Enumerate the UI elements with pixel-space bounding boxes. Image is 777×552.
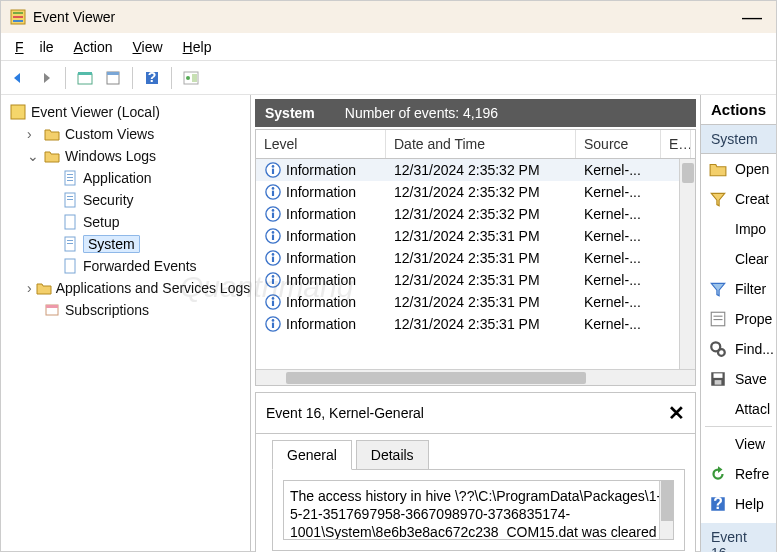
svg-rect-24 bbox=[67, 243, 73, 244]
menu-view[interactable]: View bbox=[125, 36, 171, 58]
blank-icon bbox=[709, 220, 727, 238]
properties-button[interactable] bbox=[102, 67, 124, 89]
toolbar-divider bbox=[65, 67, 66, 89]
svg-rect-30 bbox=[272, 169, 274, 174]
log-header: System Number of events: 4,196 bbox=[255, 99, 696, 127]
scrollbar-thumb[interactable] bbox=[682, 163, 694, 183]
table-row[interactable]: Information12/31/2024 2:35:31 PMKernel-.… bbox=[256, 225, 695, 247]
tree-windows-logs[interactable]: ⌄ Windows Logs bbox=[25, 145, 248, 167]
forward-button[interactable] bbox=[35, 67, 57, 89]
table-row[interactable]: Information12/31/2024 2:35:32 PMKernel-.… bbox=[256, 181, 695, 203]
tab-general[interactable]: General bbox=[272, 440, 352, 470]
svg-rect-19 bbox=[67, 196, 73, 197]
action-item[interactable]: Impo bbox=[701, 214, 776, 244]
tree-custom-views[interactable]: › Custom Views bbox=[25, 123, 248, 145]
svg-point-12 bbox=[186, 76, 190, 80]
svg-rect-2 bbox=[13, 16, 23, 18]
table-row[interactable]: Information12/31/2024 2:35:32 PMKernel-.… bbox=[256, 159, 695, 181]
column-eventid[interactable]: Ev bbox=[661, 130, 691, 158]
log-icon bbox=[61, 191, 79, 209]
svg-rect-51 bbox=[272, 323, 274, 328]
table-row[interactable]: Information12/31/2024 2:35:32 PMKernel-.… bbox=[256, 203, 695, 225]
table-row[interactable]: Information12/31/2024 2:35:31 PMKernel-.… bbox=[256, 247, 695, 269]
tree-setup[interactable]: Setup bbox=[43, 211, 248, 233]
collapse-icon[interactable]: ⌄ bbox=[27, 148, 39, 164]
back-button[interactable] bbox=[7, 67, 29, 89]
open-folder-icon bbox=[709, 160, 727, 178]
vertical-scrollbar[interactable] bbox=[659, 481, 673, 539]
event-detail-title: Event 16, Kernel-General bbox=[266, 405, 424, 421]
actions-title: Actions bbox=[701, 95, 776, 125]
action-label: Attacl bbox=[735, 401, 770, 417]
event-detail-pane: Event 16, Kernel-General ✕ General Detai… bbox=[255, 392, 696, 552]
information-icon bbox=[264, 293, 282, 311]
minimize-button[interactable]: — bbox=[736, 6, 768, 29]
svg-rect-5 bbox=[78, 72, 92, 75]
filter-blue-icon bbox=[709, 280, 727, 298]
tree-apps-services-logs[interactable]: › Applications and Services Logs bbox=[25, 277, 248, 299]
show-hide-tree-button[interactable] bbox=[74, 67, 96, 89]
blank-icon bbox=[709, 250, 727, 268]
menu-file[interactable]: File bbox=[7, 36, 62, 58]
table-row[interactable]: Information12/31/2024 2:35:31 PMKernel-.… bbox=[256, 313, 695, 335]
tab-details[interactable]: Details bbox=[356, 440, 429, 470]
information-icon bbox=[264, 161, 282, 179]
svg-point-47 bbox=[272, 297, 275, 300]
tree-subscriptions[interactable]: Subscriptions bbox=[25, 299, 248, 321]
action-item[interactable]: Filter bbox=[701, 274, 776, 304]
action-item[interactable]: Prope bbox=[701, 304, 776, 334]
actions-pane: Actions System OpenCreatImpoClearFilterP… bbox=[701, 95, 776, 551]
scrollbar-thumb[interactable] bbox=[661, 481, 673, 521]
svg-rect-25 bbox=[65, 259, 75, 273]
scrollbar-thumb[interactable] bbox=[286, 372, 586, 384]
action-item[interactable]: Creat bbox=[701, 184, 776, 214]
navigation-tree[interactable]: Event Viewer (Local) › Custom Views ⌄ Wi… bbox=[1, 95, 251, 551]
horizontal-scrollbar[interactable] bbox=[256, 369, 695, 385]
vertical-scrollbar[interactable] bbox=[679, 159, 695, 369]
grid-header[interactable]: Level Date and Time Source Ev bbox=[256, 130, 695, 159]
tree-root[interactable]: Event Viewer (Local) bbox=[7, 101, 248, 123]
action-item[interactable]: Save bbox=[701, 364, 776, 394]
action-item[interactable]: ?Help bbox=[701, 489, 776, 519]
blank-icon bbox=[709, 400, 727, 418]
column-source[interactable]: Source bbox=[576, 130, 661, 158]
column-level[interactable]: Level bbox=[256, 130, 386, 158]
action-item[interactable]: Open bbox=[701, 154, 776, 184]
event-description[interactable]: The access history in hive \??\C:\Progra… bbox=[283, 480, 674, 540]
action-item[interactable]: Find... bbox=[701, 334, 776, 364]
svg-rect-21 bbox=[65, 215, 75, 229]
menu-help[interactable]: Help bbox=[175, 36, 220, 58]
folder-icon bbox=[36, 279, 52, 297]
information-icon bbox=[264, 205, 282, 223]
menu-action[interactable]: Action bbox=[66, 36, 121, 58]
close-detail-button[interactable]: ✕ bbox=[668, 401, 685, 425]
window-title: Event Viewer bbox=[33, 9, 115, 25]
tree-system[interactable]: System bbox=[43, 233, 248, 255]
svg-rect-16 bbox=[67, 177, 73, 178]
action-item[interactable]: Clear bbox=[701, 244, 776, 274]
expand-icon[interactable]: › bbox=[27, 280, 32, 296]
help-icon: ? bbox=[709, 495, 727, 513]
action-label: View bbox=[735, 436, 765, 452]
help-button[interactable]: ? bbox=[141, 67, 163, 89]
action-item[interactable]: View bbox=[701, 429, 776, 459]
svg-rect-1 bbox=[13, 12, 23, 14]
svg-point-38 bbox=[272, 231, 275, 234]
action-item[interactable]: Refre bbox=[701, 459, 776, 489]
information-icon bbox=[264, 271, 282, 289]
action-item[interactable]: Attacl bbox=[701, 394, 776, 424]
action-label: Filter bbox=[735, 281, 766, 297]
tree-forwarded-events[interactable]: Forwarded Events bbox=[43, 255, 248, 277]
table-row[interactable]: Information12/31/2024 2:35:31 PMKernel-.… bbox=[256, 269, 695, 291]
svg-rect-20 bbox=[67, 199, 73, 200]
svg-rect-36 bbox=[272, 213, 274, 218]
preview-pane-button[interactable] bbox=[180, 67, 202, 89]
svg-point-56 bbox=[718, 349, 725, 356]
tree-application[interactable]: Application bbox=[43, 167, 248, 189]
tree-security[interactable]: Security bbox=[43, 189, 248, 211]
svg-rect-17 bbox=[67, 180, 73, 181]
table-row[interactable]: Information12/31/2024 2:35:31 PMKernel-.… bbox=[256, 291, 695, 313]
expand-icon[interactable]: › bbox=[27, 126, 39, 142]
column-date[interactable]: Date and Time bbox=[386, 130, 576, 158]
event-grid[interactable]: Level Date and Time Source Ev Informatio… bbox=[255, 129, 696, 386]
